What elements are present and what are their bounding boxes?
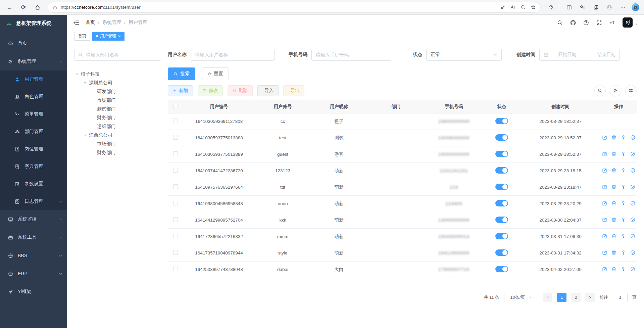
sidebar-toggle-icon[interactable] — [73, 19, 80, 26]
row-delete-button[interactable] — [611, 267, 616, 272]
row-checkbox[interactable] — [173, 217, 178, 222]
sidebar-item-role-management[interactable]: 角色管理 — [0, 88, 67, 105]
user-avatar[interactable]: Yj — [623, 17, 633, 28]
github-button[interactable] — [567, 17, 579, 28]
tree-node[interactable]: 财务部门 — [75, 113, 161, 122]
tree-node[interactable]: 江西总公司 — [75, 131, 161, 140]
status-toggle[interactable] — [495, 184, 508, 190]
row-delete-button[interactable] — [611, 168, 616, 173]
collections-button[interactable] — [591, 2, 601, 13]
row-authorize-button[interactable] — [630, 234, 635, 239]
page-button-2[interactable]: 2 — [571, 293, 581, 302]
sidebar-item-user-management[interactable]: 用户管理 — [0, 71, 67, 88]
read-aloud-button[interactable] — [508, 3, 517, 12]
row-edit-button[interactable] — [602, 151, 607, 156]
row-edit-button[interactable] — [602, 201, 607, 206]
address-bar[interactable]: https://ccnetcore.com:1101/system/user — [48, 2, 541, 13]
tree-node[interactable]: 研发部门 — [75, 87, 161, 96]
row-reset-password-button[interactable] — [621, 201, 626, 206]
sidebar-item-system-monitor[interactable]: 系统监控 — [0, 210, 67, 228]
status-select[interactable]: 正常 — [426, 49, 502, 61]
row-authorize-button[interactable] — [630, 267, 635, 272]
refresh-button[interactable]: ⟳ — [18, 2, 29, 13]
phone-input[interactable] — [311, 49, 391, 61]
row-delete-button[interactable] — [611, 234, 616, 239]
next-page-button[interactable]: > — [585, 293, 595, 302]
row-reset-password-button[interactable] — [621, 234, 626, 239]
row-authorize-button[interactable] — [630, 184, 635, 189]
row-reset-password-button[interactable] — [621, 135, 626, 140]
row-checkbox[interactable] — [173, 234, 178, 238]
export-button[interactable]: 导出 — [283, 85, 304, 96]
status-toggle[interactable] — [495, 249, 508, 256]
tree-node[interactable]: 深圳总公司 — [75, 79, 161, 87]
help-button[interactable] — [581, 17, 592, 28]
sidebar-item-home[interactable]: 首页 — [0, 34, 67, 52]
tree-node[interactable]: 运维部门 — [75, 122, 161, 131]
row-authorize-button[interactable] — [630, 201, 635, 206]
row-authorize-button[interactable] — [630, 151, 635, 156]
row-edit-button[interactable] — [602, 168, 607, 173]
row-authorize-button[interactable] — [630, 250, 635, 255]
zoom-indicator-button[interactable] — [518, 3, 528, 12]
favorites-bar-button[interactable] — [577, 2, 588, 13]
tree-node[interactable]: 财务部门 — [75, 148, 161, 157]
more-button[interactable]: ··· — [617, 2, 628, 13]
fontsize-button[interactable] — [607, 17, 618, 28]
sidebar-item-post-management[interactable]: 岗位管理 — [0, 140, 67, 158]
extensions-button[interactable] — [545, 2, 556, 13]
import-button[interactable]: 导入 — [257, 85, 279, 96]
row-edit-button[interactable] — [602, 135, 607, 140]
tab-user-management[interactable]: 用户管理× — [92, 32, 125, 41]
home-button[interactable] — [32, 2, 43, 13]
sidebar-item-bbs[interactable]: BBS — [0, 246, 67, 265]
row-reset-password-button[interactable] — [621, 184, 626, 189]
row-edit-button[interactable] — [602, 184, 607, 189]
copilot-button[interactable]: b — [631, 3, 640, 12]
status-toggle[interactable] — [495, 233, 508, 239]
tree-node[interactable]: 市场部门 — [75, 140, 161, 148]
close-tab-icon[interactable]: × — [118, 34, 121, 38]
tab-home[interactable]: 首页 — [75, 32, 90, 41]
tree-node[interactable]: 市场部门 — [75, 96, 161, 105]
key-button[interactable] — [498, 3, 507, 12]
row-checkbox[interactable] — [173, 119, 178, 123]
modify-button[interactable]: 修改 — [198, 85, 223, 96]
row-delete-button[interactable] — [611, 184, 616, 189]
status-toggle[interactable] — [495, 200, 508, 206]
refresh-tool-button[interactable]: ⟳ — [610, 85, 621, 96]
row-reset-password-button[interactable] — [621, 168, 626, 173]
row-checkbox[interactable] — [173, 168, 178, 173]
status-toggle[interactable] — [495, 266, 508, 272]
row-edit-button[interactable] — [602, 217, 607, 222]
row-checkbox[interactable] — [173, 250, 178, 255]
row-checkbox[interactable] — [173, 201, 178, 205]
search-button[interactable]: 搜索 — [168, 67, 195, 80]
sidebar-item-yi-framework[interactable]: Yi框架 — [0, 283, 67, 301]
row-checkbox[interactable] — [173, 151, 178, 156]
sidebar-item-erp[interactable]: ERP — [0, 265, 67, 283]
favorite-add-button[interactable] — [528, 3, 538, 12]
row-edit-button[interactable] — [602, 234, 607, 239]
row-edit-button[interactable] — [602, 250, 607, 255]
sidebar-item-log-management[interactable]: 日志管理 — [0, 193, 67, 210]
search-tool-button[interactable] — [594, 85, 606, 96]
department-search-input[interactable] — [75, 49, 161, 61]
add-button[interactable]: 新增 — [168, 85, 193, 96]
delete-button[interactable]: 删除 — [228, 85, 253, 96]
sidebar-item-menu-management[interactable]: 菜单管理 — [0, 105, 67, 123]
row-reset-password-button[interactable] — [621, 217, 626, 222]
status-toggle[interactable] — [495, 118, 508, 124]
reset-button[interactable]: ⟳ 重置 — [202, 67, 229, 80]
prev-page-button[interactable]: < — [543, 293, 552, 302]
status-toggle[interactable] — [495, 134, 508, 141]
row-authorize-button[interactable] — [630, 135, 635, 140]
sidebar-item-param-settings[interactable]: 参数设置 — [0, 175, 67, 193]
avatar-caret-icon[interactable] — [635, 22, 638, 26]
row-reset-password-button[interactable] — [621, 267, 626, 272]
page-button-1[interactable]: 1 — [557, 293, 566, 302]
sidebar-item-system-tools[interactable]: 系统工具 — [0, 228, 67, 246]
row-delete-button[interactable] — [611, 201, 616, 206]
goto-page-input[interactable] — [613, 293, 628, 302]
status-toggle[interactable] — [495, 167, 508, 174]
